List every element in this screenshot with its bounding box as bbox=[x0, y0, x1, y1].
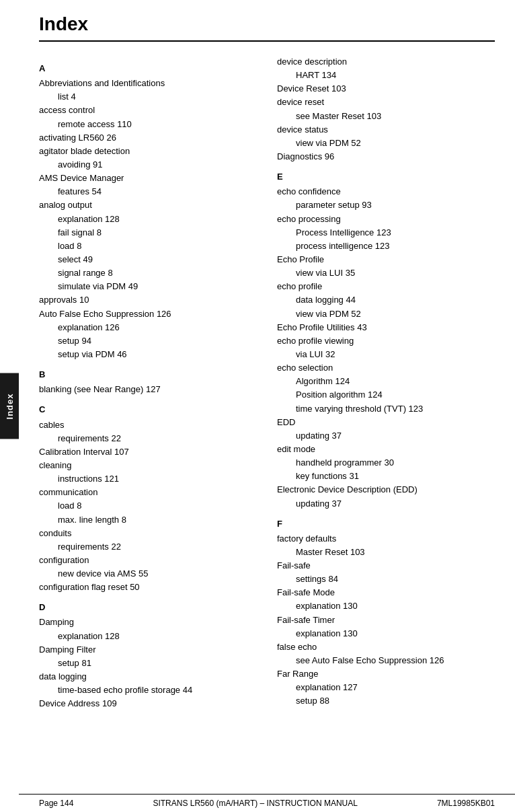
index-entry-sub: remote access 110 bbox=[58, 118, 257, 131]
index-entry-top: agitator blade detection bbox=[39, 145, 257, 158]
footer: Page 144 SITRANS LR560 (mA/HART) – INSTR… bbox=[19, 794, 515, 812]
index-entry-top: edit mode bbox=[277, 443, 495, 456]
index-entry-sub: time varying threshold (TVT) 123 bbox=[296, 402, 495, 416]
main-content: Index AAbbreviations and Identifications… bbox=[19, 0, 515, 812]
index-entry-sub: avoiding 91 bbox=[58, 158, 257, 172]
index-entry-sub: Position algorithm 124 bbox=[296, 388, 495, 402]
index-entry-sub: fail signal 8 bbox=[58, 226, 257, 239]
index-entry-sub: features 54 bbox=[58, 185, 257, 198]
footer-part-number: 7ML19985KB01 bbox=[437, 799, 495, 808]
index-entry-top: echo confidence bbox=[277, 185, 495, 198]
index-entry-top: analog output bbox=[39, 198, 257, 212]
index-entry-sub: load 8 bbox=[58, 239, 257, 253]
index-entry-sub: view via LUI 35 bbox=[296, 266, 495, 280]
index-body: AAbbreviations and Identificationslist 4… bbox=[39, 55, 495, 710]
index-entry-top: device description bbox=[277, 55, 495, 69]
page-title: Index bbox=[39, 13, 495, 42]
index-entry-sub: signal range 8 bbox=[58, 266, 257, 280]
index-entry-sub: explanation 128 bbox=[58, 213, 257, 226]
index-entry-top: echo profile viewing bbox=[277, 334, 495, 348]
index-entry-top: Damping bbox=[39, 616, 257, 629]
side-tab-label: Index bbox=[5, 393, 15, 419]
index-entry-top: Device Address 109 bbox=[39, 697, 257, 710]
index-entry-sub: see Auto False Echo Suppression 126 bbox=[296, 654, 495, 667]
index-entry-sub: data logging 44 bbox=[296, 293, 495, 307]
index-entry-top: Echo Profile Utilities 43 bbox=[277, 321, 495, 334]
index-entry-top: echo processing bbox=[277, 213, 495, 226]
index-entry-sub: HART 134 bbox=[296, 69, 495, 82]
index-entry-sub: setup 81 bbox=[58, 657, 257, 670]
index-entry-top: Echo Profile bbox=[277, 253, 495, 266]
index-entry-top: configuration flag reset 50 bbox=[39, 581, 257, 594]
index-entry-sub: max. line length 8 bbox=[58, 513, 257, 527]
footer-page: Page 144 bbox=[39, 799, 73, 808]
index-entry-top: Auto False Echo Suppression 126 bbox=[39, 307, 257, 321]
index-entry-sub: requirements 22 bbox=[58, 432, 257, 445]
index-entry-sub: explanation 127 bbox=[296, 681, 495, 694]
index-entry-sub: simulate via PDM 49 bbox=[58, 280, 257, 293]
index-entry-sub: time-based echo profile storage 44 bbox=[58, 684, 257, 697]
index-entry-top: access control bbox=[39, 104, 257, 117]
section-letter: A bbox=[39, 62, 257, 75]
index-entry-top: Fail-safe bbox=[277, 559, 495, 573]
index-entry-top: AMS Device Manager bbox=[39, 172, 257, 185]
index-entry-sub: settings 84 bbox=[296, 573, 495, 586]
index-entry-sub: parameter setup 93 bbox=[296, 198, 495, 212]
index-entry-sub: key functions 31 bbox=[296, 470, 495, 483]
index-entry-top: communication bbox=[39, 486, 257, 499]
index-entry-sub: Algorithm 124 bbox=[296, 375, 495, 388]
index-entry-sub: Process Intelligence 123 bbox=[296, 226, 495, 239]
index-entry-top: false echo bbox=[277, 640, 495, 654]
index-entry-top: Electronic Device Description (EDD) bbox=[277, 483, 495, 496]
index-entry-sub: requirements 22 bbox=[58, 540, 257, 554]
index-entry-top: configuration bbox=[39, 554, 257, 567]
index-entry-top: device status bbox=[277, 123, 495, 137]
index-entry-top: Damping Filter bbox=[39, 643, 257, 657]
index-entry-sub: see Master Reset 103 bbox=[296, 110, 495, 123]
section-letter: E bbox=[277, 170, 495, 184]
index-entry-top: Device Reset 103 bbox=[277, 82, 495, 96]
index-entry-sub: Master Reset 103 bbox=[296, 546, 495, 559]
index-entry-sub: setup 94 bbox=[58, 334, 257, 348]
index-entry-sub: view via PDM 52 bbox=[296, 137, 495, 150]
index-entry-sub: explanation 130 bbox=[296, 599, 495, 613]
index-entry-sub: setup via PDM 46 bbox=[58, 348, 257, 361]
footer-document: SITRANS LR560 (mA/HART) – INSTRUCTION MA… bbox=[153, 799, 358, 808]
index-entry-top: device reset bbox=[277, 96, 495, 109]
index-entry-top: cleaning bbox=[39, 459, 257, 472]
index-entry-top: Fail-safe Mode bbox=[277, 586, 495, 599]
index-entry-sub: select 49 bbox=[58, 253, 257, 266]
index-entry-sub: updating 37 bbox=[296, 497, 495, 511]
index-entry-sub: explanation 130 bbox=[296, 627, 495, 640]
index-entry-top: approvals 10 bbox=[39, 293, 257, 307]
index-entry-sub: list 4 bbox=[58, 90, 257, 104]
index-entry-top: Abbreviations and Identifications bbox=[39, 77, 257, 90]
index-entry-top: Fail-safe Timer bbox=[277, 614, 495, 627]
side-tab: Index bbox=[0, 373, 19, 439]
index-entry-sub: new device via AMS 55 bbox=[58, 567, 257, 581]
index-entry-top: echo selection bbox=[277, 361, 495, 375]
index-entry-top: EDD bbox=[277, 416, 495, 429]
index-entry-sub: explanation 128 bbox=[58, 630, 257, 643]
index-entry-top: conduits bbox=[39, 527, 257, 540]
index-entry-sub: instructions 121 bbox=[58, 472, 257, 486]
index-entry-sub: via LUI 32 bbox=[296, 348, 495, 361]
index-entry-sub: explanation 126 bbox=[58, 321, 257, 334]
index-entry-top: factory defaults bbox=[277, 532, 495, 546]
section-letter: D bbox=[39, 601, 257, 614]
index-entry-sub: handheld programmer 30 bbox=[296, 456, 495, 470]
section-letter: F bbox=[277, 517, 495, 531]
right-column: device descriptionHART 134Device Reset 1… bbox=[277, 55, 495, 710]
left-column: AAbbreviations and Identificationslist 4… bbox=[39, 55, 257, 710]
index-entry-top: Far Range bbox=[277, 667, 495, 681]
index-entry-sub: view via PDM 52 bbox=[296, 307, 495, 321]
page-container: Index Index AAbbreviations and Identific… bbox=[0, 0, 515, 812]
index-entry-top: blanking (see Near Range) 127 bbox=[39, 383, 257, 396]
index-entry-sub: updating 37 bbox=[296, 429, 495, 443]
index-entry-top: echo profile bbox=[277, 280, 495, 293]
section-letter: B bbox=[39, 368, 257, 381]
index-entry-top: activating LR560 26 bbox=[39, 131, 257, 145]
index-entry-sub: load 8 bbox=[58, 499, 257, 513]
index-entry-top: Calibration Interval 107 bbox=[39, 445, 257, 459]
index-entry-top: data logging bbox=[39, 670, 257, 684]
